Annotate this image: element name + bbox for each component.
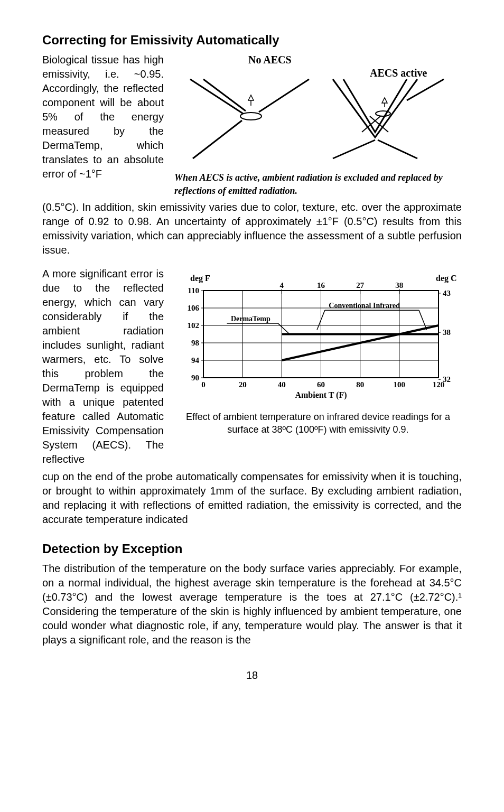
- svg-text:98: 98: [191, 339, 199, 347]
- section-heading-2: Detection by Exception: [42, 540, 462, 557]
- svg-text:90: 90: [191, 374, 199, 382]
- paragraph-3: cup on the end of the probe automaticall…: [42, 470, 462, 527]
- diagram-no-aecs: [190, 79, 309, 158]
- svg-text:Ambient T (F): Ambient T (F): [295, 390, 347, 400]
- diagram-aecs-active: [333, 79, 444, 158]
- svg-text:106: 106: [188, 304, 200, 312]
- svg-text:20: 20: [239, 380, 247, 389]
- svg-text:100: 100: [394, 380, 406, 389]
- chart-caption: Effect of ambient temperature on infrare…: [174, 410, 462, 436]
- svg-text:deg F: deg F: [190, 274, 210, 283]
- svg-line-64: [278, 323, 290, 334]
- paragraph-left-1: Biological tissue has high emissivity, i…: [42, 53, 164, 197]
- svg-text:deg C: deg C: [436, 274, 457, 283]
- svg-text:38: 38: [395, 281, 403, 290]
- svg-text:27: 27: [356, 281, 365, 290]
- fig-label-no-aecs: No AECS: [248, 54, 292, 66]
- svg-line-11: [333, 140, 375, 158]
- svg-text:80: 80: [356, 380, 364, 389]
- svg-text:102: 102: [188, 321, 200, 330]
- chart-figure: deg Fdeg C020406080100120909498102106110…: [174, 267, 462, 404]
- svg-line-67: [419, 310, 427, 330]
- svg-line-12: [378, 140, 417, 158]
- svg-point-0: [240, 113, 262, 120]
- svg-line-5: [259, 79, 309, 112]
- svg-text:32: 32: [443, 375, 451, 384]
- svg-text:16: 16: [317, 281, 325, 290]
- svg-point-8: [376, 111, 390, 116]
- svg-text:40: 40: [278, 380, 286, 389]
- svg-text:Conventional Infrared: Conventional Infrared: [329, 302, 400, 310]
- section-heading: Correcting for Emissivity Automatically: [42, 32, 462, 49]
- fig-caption: When AECS is active, ambient radiation i…: [174, 171, 462, 197]
- svg-line-3: [203, 79, 246, 111]
- paragraph-2: (0.5°C). In addition, skin emissivity va…: [42, 200, 462, 257]
- svg-text:DermaTemp: DermaTemp: [231, 315, 270, 323]
- svg-line-2: [190, 79, 243, 114]
- paragraph-left-2: A more significant error is due to the r…: [42, 267, 164, 466]
- svg-text:110: 110: [188, 286, 199, 295]
- svg-text:0: 0: [201, 380, 206, 389]
- page-number: 18: [42, 668, 462, 683]
- svg-text:60: 60: [317, 380, 325, 389]
- svg-text:4: 4: [280, 281, 284, 290]
- fig-label-aecs: AECS active: [370, 67, 427, 79]
- svg-text:43: 43: [443, 289, 451, 297]
- svg-text:94: 94: [191, 356, 200, 365]
- svg-line-4: [193, 120, 242, 158]
- svg-text:38: 38: [443, 328, 451, 337]
- paragraph-4: The distribution of the temperature on t…: [42, 562, 462, 647]
- aecs-figure: No AECS AECS active: [174, 53, 462, 169]
- svg-line-10: [407, 79, 444, 100]
